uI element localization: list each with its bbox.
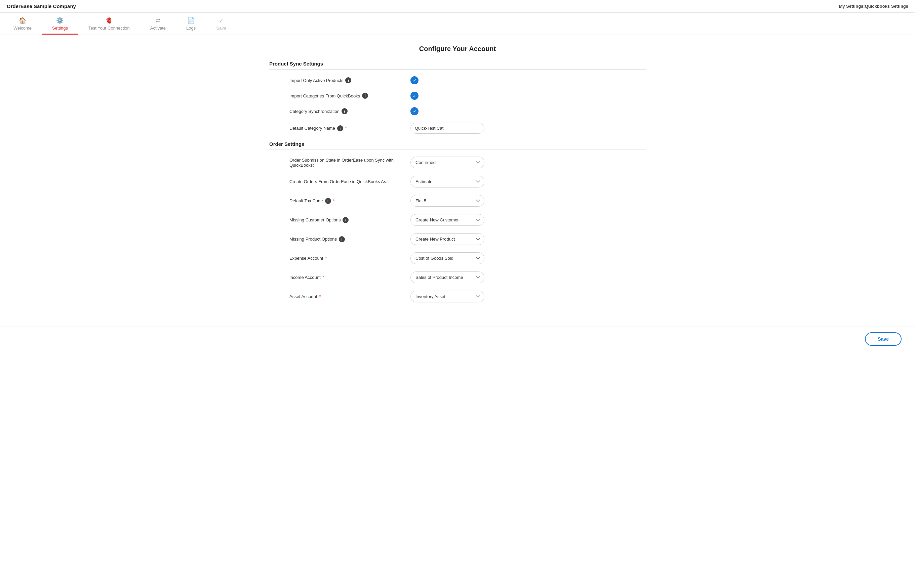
- label-income-account: Income Account: [289, 275, 404, 280]
- select-missing-customer[interactable]: Create New Customer Skip Fail Order: [411, 214, 484, 226]
- app-title: OrderEase Sample Company: [7, 3, 76, 9]
- select-create-orders-as[interactable]: Estimate Invoice Sales Receipt: [411, 176, 484, 187]
- row-order-submission-state: Order Submission State in OrderEase upon…: [269, 157, 646, 168]
- label-default-tax-code: Default Tax Code i: [289, 198, 404, 204]
- top-bar: OrderEase Sample Company My Settings:Qui…: [0, 0, 915, 13]
- label-create-orders-as: Create Orders From OrderEase in QuickBoo…: [289, 179, 404, 184]
- label-order-submission-state: Order Submission State in OrderEase upon…: [289, 158, 404, 168]
- select-expense-account[interactable]: Cost of Goods Sold Operating Expenses Ot…: [411, 252, 484, 264]
- save-button[interactable]: Save: [865, 332, 902, 346]
- nav-item-welcome[interactable]: 🏠 Welcome: [3, 13, 42, 35]
- checkbox-import-categories[interactable]: ✓: [411, 92, 419, 100]
- row-default-tax-code: Default Tax Code i Flat 5 HST GST Exempt: [269, 195, 646, 207]
- product-sync-divider: [269, 69, 646, 69]
- nav-item-settings[interactable]: ⚙️ Settings: [42, 13, 78, 35]
- product-sync-section: Product Sync Settings Import Only Active…: [269, 61, 646, 134]
- quickbooks-settings-label: Quickbooks Settings: [865, 4, 908, 9]
- row-expense-account: Expense Account Cost of Goods Sold Opera…: [269, 252, 646, 264]
- gear-icon: ⚙️: [56, 17, 63, 24]
- control-import-categories: ✓: [411, 92, 484, 100]
- control-asset-account: Inventory Asset Current Assets Fixed Ass…: [411, 291, 484, 302]
- logs-icon: 📄: [187, 17, 195, 24]
- default-category-input[interactable]: [411, 123, 484, 134]
- nav-item-activate[interactable]: ⇌ Activate: [140, 13, 176, 35]
- connection-icon: 🫀: [105, 17, 113, 24]
- row-asset-account: Asset Account Inventory Asset Current As…: [269, 291, 646, 302]
- nav-label-welcome: Welcome: [13, 26, 32, 31]
- control-create-orders-as: Estimate Invoice Sales Receipt: [411, 176, 484, 187]
- info-icon-missing-customer[interactable]: i: [343, 217, 349, 223]
- label-expense-account: Expense Account: [289, 256, 404, 261]
- control-import-active: ✓: [411, 76, 484, 84]
- info-icon-default-category[interactable]: i: [337, 125, 343, 131]
- control-category-sync: ✓: [411, 107, 484, 115]
- row-income-account: Income Account Sales of Product Income S…: [269, 271, 646, 283]
- label-default-category: Default Category Name i: [289, 125, 404, 131]
- save-nav-icon: ✓: [219, 17, 224, 24]
- page-title: Configure Your Account: [269, 45, 646, 53]
- label-category-sync: Category Synchronization i: [289, 108, 404, 114]
- nav-label-settings: Settings: [52, 26, 68, 31]
- info-icon-import-active[interactable]: i: [345, 77, 351, 83]
- row-missing-customer: Missing Customer Options i Create New Cu…: [269, 214, 646, 226]
- nav-label-activate: Activate: [150, 26, 166, 31]
- select-missing-product[interactable]: Create New Product Skip Fail Order: [411, 233, 484, 245]
- row-missing-product: Missing Product Options i Create New Pro…: [269, 233, 646, 245]
- info-icon-default-tax-code[interactable]: i: [325, 198, 331, 204]
- control-expense-account: Cost of Goods Sold Operating Expenses Ot…: [411, 252, 484, 264]
- nav-item-logs[interactable]: 📄 Logs: [176, 13, 206, 35]
- footer-bar: Save: [0, 326, 915, 351]
- order-settings-heading: Order Settings: [269, 141, 646, 147]
- top-bar-right: My Settings:Quickbooks Settings: [839, 4, 908, 9]
- label-import-categories: Import Categories From QuickBooks i: [289, 93, 404, 99]
- row-import-active: Import Only Active Products i ✓: [269, 76, 646, 84]
- nav-item-test-connection[interactable]: 🫀 Test Your Connection: [78, 13, 140, 35]
- home-icon: 🏠: [19, 17, 26, 24]
- label-missing-customer: Missing Customer Options i: [289, 217, 404, 223]
- checkbox-import-active[interactable]: ✓: [411, 76, 419, 84]
- select-asset-account[interactable]: Inventory Asset Current Assets Fixed Ass…: [411, 291, 484, 302]
- checkbox-category-sync[interactable]: ✓: [411, 107, 419, 115]
- row-import-categories: Import Categories From QuickBooks i ✓: [269, 92, 646, 100]
- info-icon-import-categories[interactable]: i: [362, 93, 368, 99]
- nav-label-test-connection: Test Your Connection: [89, 26, 130, 31]
- select-income-account[interactable]: Sales of Product Income Service Revenue …: [411, 271, 484, 283]
- control-order-submission-state: Confirmed Pending Draft: [411, 157, 484, 168]
- my-settings-label: My Settings:: [839, 4, 865, 9]
- nav-bar: 🏠 Welcome ⚙️ Settings 🫀 Test Your Connec…: [0, 13, 915, 35]
- nav-label-save: Save: [216, 26, 226, 31]
- info-icon-category-sync[interactable]: i: [341, 108, 348, 114]
- product-sync-heading: Product Sync Settings: [269, 61, 646, 66]
- control-default-category: [411, 123, 484, 134]
- info-icon-missing-product[interactable]: i: [339, 236, 345, 242]
- label-asset-account: Asset Account: [289, 294, 404, 299]
- control-income-account: Sales of Product Income Service Revenue …: [411, 271, 484, 283]
- label-import-active: Import Only Active Products i: [289, 77, 404, 83]
- nav-item-save[interactable]: ✓ Save: [206, 13, 236, 35]
- activate-icon: ⇌: [155, 17, 160, 24]
- control-missing-product: Create New Product Skip Fail Order: [411, 233, 484, 245]
- order-settings-section: Order Settings Order Submission State in…: [269, 141, 646, 302]
- main-content: Configure Your Account Product Sync Sett…: [256, 35, 659, 320]
- select-default-tax-code[interactable]: Flat 5 HST GST Exempt: [411, 195, 484, 207]
- label-missing-product: Missing Product Options i: [289, 236, 404, 242]
- control-default-tax-code: Flat 5 HST GST Exempt: [411, 195, 484, 207]
- select-order-submission-state[interactable]: Confirmed Pending Draft: [411, 157, 484, 168]
- nav-label-logs: Logs: [186, 26, 196, 31]
- row-category-sync: Category Synchronization i ✓: [269, 107, 646, 115]
- control-missing-customer: Create New Customer Skip Fail Order: [411, 214, 484, 226]
- row-create-orders-as: Create Orders From OrderEase in QuickBoo…: [269, 176, 646, 187]
- row-default-category: Default Category Name i: [269, 123, 646, 134]
